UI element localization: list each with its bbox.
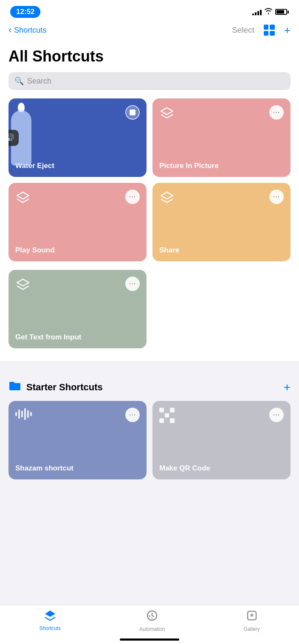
status-time: 12:52 [10, 6, 40, 18]
automation-tab-label: Automation [139, 626, 165, 632]
layers-icon [15, 190, 31, 205]
section-separator [0, 363, 299, 363]
tab-gallery[interactable]: Gallery [244, 610, 260, 632]
more-button[interactable]: ··· [125, 190, 140, 204]
more-button[interactable]: ··· [269, 190, 284, 204]
main-content: All Shortcuts 🔍 Search [0, 41, 299, 361]
back-chevron-icon: ‹ [8, 25, 11, 36]
layers-icon [15, 277, 31, 292]
starter-card-shazam-shortcut[interactable]: ··· Shazam shortcut [8, 401, 147, 479]
shortcuts-grid: Water Eject 🔊 ··· Picture In Picture [8, 98, 291, 261]
layers-icon [159, 190, 175, 205]
stop-button[interactable] [125, 105, 140, 120]
back-button[interactable]: ‹ Shortcuts [8, 25, 46, 36]
wifi-icon [264, 8, 273, 16]
more-button[interactable]: ··· [125, 408, 140, 422]
shortcut-label: Share [159, 246, 284, 255]
automation-tab-icon [146, 610, 158, 624]
starter-card-make-qr-code[interactable]: ··· Make QR Code [152, 401, 291, 479]
shortcut-card-picture-in-picture[interactable]: ··· Picture In Picture [152, 98, 291, 177]
shortcut-card-get-text-from-input[interactable]: ··· Get Text from Input [8, 270, 147, 348]
qr-code-icon [159, 408, 175, 423]
shortcut-label: Play Sound [15, 246, 140, 255]
tab-shortcuts[interactable]: Shortcuts [39, 610, 61, 632]
starter-shortcuts-title: Starter Shortcuts [26, 382, 103, 393]
folder-icon [8, 380, 21, 394]
sound-icon: 🔊 [8, 133, 14, 143]
nav-right: Select + [232, 25, 291, 36]
more-button[interactable]: ··· [269, 408, 284, 422]
more-button[interactable]: ··· [125, 277, 140, 291]
gallery-tab-label: Gallery [244, 626, 260, 632]
more-button[interactable]: ··· [269, 105, 284, 120]
shortcut-card-share[interactable]: ··· Share [152, 183, 291, 261]
waveform-icon [15, 408, 34, 420]
battery-icon [275, 9, 289, 15]
search-icon: 🔍 [14, 76, 24, 86]
signal-bars-icon [252, 8, 262, 15]
starter-add-button[interactable]: + [284, 381, 291, 394]
nav-bar: ‹ Shortcuts Select + [0, 21, 299, 41]
layers-icon [159, 105, 175, 120]
grid-view-button[interactable] [264, 25, 275, 36]
search-input[interactable]: Search [27, 77, 51, 86]
tab-automation[interactable]: Automation [139, 610, 165, 632]
back-label: Shortcuts [14, 26, 46, 35]
shortcut-label: Shazam shortcut [15, 464, 140, 473]
select-button[interactable]: Select [232, 25, 254, 35]
sound-indicator: 🔊 [8, 130, 19, 146]
home-indicator [120, 638, 179, 641]
search-bar[interactable]: 🔍 Search [8, 72, 291, 90]
shortcuts-tab-icon [44, 610, 56, 624]
shortcut-card-water-eject[interactable]: Water Eject 🔊 [8, 98, 147, 177]
gallery-tab-icon [246, 610, 258, 624]
starter-shortcuts-section-header: Starter Shortcuts + [0, 372, 299, 401]
shortcut-card-play-sound[interactable]: ··· Play Sound [8, 183, 147, 261]
page-title: All Shortcuts [8, 41, 291, 72]
shortcuts-tab-label: Shortcuts [39, 625, 61, 631]
second-row-grid: ··· Get Text from Input [8, 270, 291, 348]
shortcut-label: Picture In Picture [159, 162, 284, 170]
status-icons [252, 8, 289, 16]
shortcut-label: Make QR Code [159, 464, 284, 473]
add-shortcut-button[interactable]: + [284, 25, 291, 36]
status-bar: 12:52 [0, 0, 299, 21]
shortcut-label: Get Text from Input [15, 333, 140, 342]
starter-shortcuts-grid: ··· Shazam shortcut ··· Ma [0, 401, 299, 488]
